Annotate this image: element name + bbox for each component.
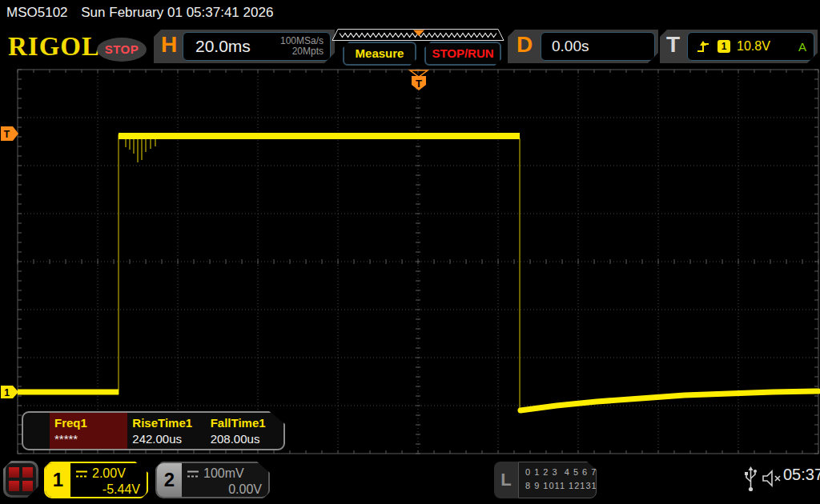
trigger-position-marker[interactable]: T — [410, 70, 428, 90]
oscilloscope-screen: MSO5102 Sun February 01 05:37:41 2026 RI… — [0, 0, 820, 504]
svg-text:T: T — [4, 129, 10, 140]
measurement-label: Freq1 — [54, 415, 127, 431]
logic-channels-row1: 0 1 2 3 4 5 6 7 — [525, 466, 596, 479]
svg-text:T: T — [416, 78, 422, 90]
channel-2-offset: 0.00V — [228, 482, 262, 498]
logic-analyzer-badge[interactable]: L 0 1 2 3 4 5 6 7 8 9 1011 12131415 — [494, 462, 597, 498]
channel-1-level-marker[interactable]: 1 — [1, 386, 18, 398]
measurement-value: 208.00us — [211, 431, 283, 447]
svg-text:1: 1 — [4, 387, 10, 398]
channel-1-scale: 2.00V — [92, 466, 126, 482]
dc-coupling-icon — [75, 470, 88, 478]
channel-2-badge[interactable]: 2 100mV 0.00V — [155, 462, 270, 498]
usb-icon — [743, 466, 758, 493]
measurement-label: FallTime1 — [211, 415, 283, 431]
speaker-muted-icon[interactable] — [761, 469, 782, 488]
measurement-value: 242.00us — [132, 431, 205, 447]
measurement-falltime1[interactable]: FallTime1 208.00us — [206, 413, 283, 449]
logic-channels-row2: 8 9 1011 12131415 — [525, 479, 596, 493]
dc-coupling-icon — [187, 470, 199, 478]
channel-2-number: 2 — [157, 463, 182, 497]
measurement-value: ***** — [54, 431, 127, 447]
logic-channel-list: 0 1 2 3 4 5 6 7 8 9 1011 12131415 — [518, 462, 597, 498]
logic-analyzer-key: L — [494, 462, 518, 498]
trigger-level-marker[interactable]: T — [1, 126, 18, 141]
channel-1-offset: -5.44V — [102, 482, 140, 498]
bottom-bar: 1 2.00V -5.44V 2 — [0, 456, 820, 504]
menu-grid-icon — [6, 463, 36, 495]
measurement-panel: Freq1 ***** RiseTime1 242.00us FallTime1… — [22, 411, 285, 450]
channel-2-scale: 100mV — [203, 466, 244, 482]
channel-1-number: 1 — [46, 463, 70, 497]
measurement-risetime1[interactable]: RiseTime1 242.00us — [127, 413, 205, 449]
main-menu-button[interactable] — [3, 461, 38, 498]
measurement-label: RiseTime1 — [132, 415, 205, 431]
measurement-freq1[interactable]: Freq1 ***** — [50, 413, 127, 449]
clock-display: 05:37 — [783, 466, 820, 484]
channel-1-badge[interactable]: 1 2.00V -5.44V — [44, 462, 148, 498]
